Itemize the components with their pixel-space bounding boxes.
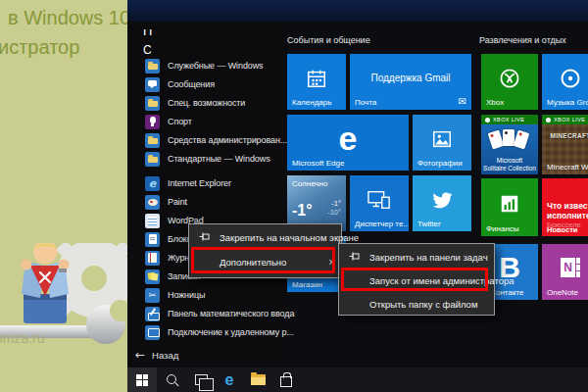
taskbar-search-button[interactable] <box>158 368 187 392</box>
app-list: П С Служебные — Windows Сообщения Новое … <box>127 22 287 368</box>
menu-item-pin-to-start[interactable]: Закрепить на начальном экране <box>189 226 341 248</box>
paint-icon <box>145 195 160 210</box>
back-arrow-icon: ← <box>135 348 145 362</box>
sticky-notes-icon <box>145 270 160 284</box>
remote-desktop-icon <box>145 325 160 340</box>
tile-news[interactable]: Что извест исполните Брюсселе Новости <box>542 178 588 236</box>
section-letter[interactable]: С <box>143 43 152 57</box>
tile-onenote[interactable]: N OneNote <box>542 244 588 300</box>
app-item-remote-desktop[interactable]: Подключение к удаленному р... <box>145 323 390 341</box>
notepad-icon <box>145 232 160 247</box>
context-submenu: Закрепить на панели задач Запуск от имен… <box>338 243 495 316</box>
photos-icon <box>431 128 453 150</box>
math-input-icon <box>145 307 160 321</box>
news-category-badge: Новости <box>547 225 577 234</box>
menu-item-open-file-location[interactable]: Открыть папку с файлом <box>339 293 494 315</box>
tile-finance[interactable]: Финансы <box>481 178 538 236</box>
playing-card <box>514 130 530 150</box>
store-bag-icon <box>280 376 292 387</box>
tile-photos[interactable]: Фотографии <box>413 115 471 171</box>
banner-title-line1: в Windows 10 · <box>8 7 127 29</box>
start-button[interactable] <box>127 368 157 392</box>
groove-icon <box>559 67 582 90</box>
search-icon <box>166 373 179 387</box>
sport-icon <box>145 115 160 129</box>
pin-icon <box>348 250 361 263</box>
tile-calendar[interactable]: Календарь <box>287 54 346 110</box>
scissors-icon: ✂ <box>145 288 160 303</box>
tile-twitter[interactable]: Twitter <box>413 175 471 231</box>
minecraft-logo: MINECRAFT <box>542 132 588 139</box>
tile-mail[interactable]: Поддержка Gmail Почта ✉ <box>350 54 471 110</box>
playing-card <box>488 130 505 150</box>
windows-logo-icon <box>136 374 148 386</box>
journal-icon <box>145 251 160 266</box>
taskbar-edge-button[interactable]: e <box>215 368 244 392</box>
taskbar-store-button[interactable] <box>271 368 301 392</box>
wordpad-icon <box>145 214 160 228</box>
envelope-icon: ✉ <box>459 96 466 107</box>
devices-icon <box>368 190 391 210</box>
context-menu: Закрепить на начальном экране Дополнител… <box>188 223 342 278</box>
tile-solitaire[interactable]: XBOX LIVE MicrosoftSolitaire Collection <box>481 115 538 174</box>
file-explorer-icon <box>251 374 266 385</box>
task-view-button[interactable] <box>186 368 216 392</box>
xbox-icon <box>498 67 521 90</box>
folder-icon <box>145 96 160 111</box>
tile-xbox[interactable]: Xbox <box>481 54 538 110</box>
banner-title-line2: истратор <box>0 36 79 59</box>
annotation-box-run-as-admin <box>341 268 488 291</box>
folder-icon <box>145 152 160 167</box>
tile-group-title-fun: Развлечения и отдых <box>479 35 566 45</box>
folder-icon <box>145 133 160 148</box>
tile-edge[interactable]: e Microsoft Edge <box>287 115 409 171</box>
internet-explorer-icon: e <box>145 176 160 191</box>
xbox-live-banner: XBOX LIVE <box>481 115 538 124</box>
watermark: omza.ru <box>0 330 45 346</box>
taskbar-file-explorer-button[interactable] <box>243 368 272 392</box>
twitter-bird-icon <box>430 188 454 212</box>
annotation-box-more <box>191 247 335 273</box>
xbox-live-banner: XBOX LIVE <box>542 115 588 124</box>
back-button[interactable]: ← Назад <box>135 348 178 362</box>
sidebar-banner: в Windows 10 · истратор omza. <box>0 0 127 392</box>
start-menu: П С Служебные — Windows Сообщения Новое … <box>127 22 588 368</box>
tile-groove-music[interactable]: Музыка Groove <box>542 54 588 110</box>
task-view-icon <box>195 374 208 385</box>
section-letter-partial: П <box>143 29 152 38</box>
mail-notification: Поддержка Gmail <box>350 73 471 83</box>
tile-device-manager[interactable]: Диспетчер те... <box>350 175 409 231</box>
edge-icon: e <box>225 372 234 388</box>
calendar-icon <box>306 68 327 89</box>
onenote-icon: N <box>561 258 580 277</box>
folder-icon <box>145 59 160 74</box>
edge-logo: e <box>339 119 358 157</box>
desktop-background <box>127 0 588 22</box>
taskbar: e <box>127 368 588 392</box>
messages-icon <box>145 77 160 92</box>
menu-item-pin-to-taskbar[interactable]: Закрепить на панели задач <box>339 246 494 268</box>
tile-minecraft[interactable]: XBOX LIVE MINECRAFT Minecraft W... <box>542 115 588 174</box>
finance-chart-icon <box>499 193 520 215</box>
tile-group-title-events: События и общение <box>287 35 370 45</box>
pin-icon <box>198 230 211 243</box>
